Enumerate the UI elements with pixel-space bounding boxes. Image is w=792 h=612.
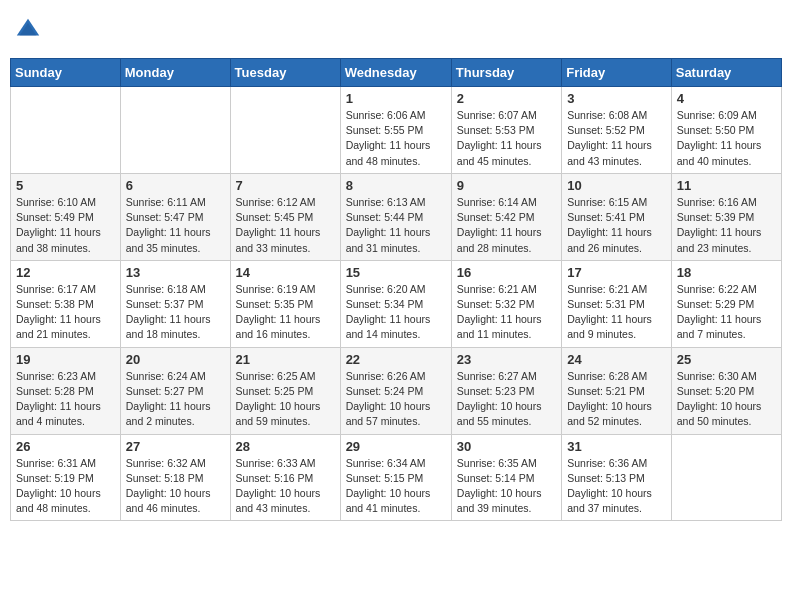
calendar-cell: 14Sunrise: 6:19 AM Sunset: 5:35 PM Dayli…: [230, 260, 340, 347]
day-info: Sunrise: 6:09 AM Sunset: 5:50 PM Dayligh…: [677, 108, 776, 169]
calendar-cell: 7Sunrise: 6:12 AM Sunset: 5:45 PM Daylig…: [230, 173, 340, 260]
day-info: Sunrise: 6:28 AM Sunset: 5:21 PM Dayligh…: [567, 369, 666, 430]
calendar-cell: 28Sunrise: 6:33 AM Sunset: 5:16 PM Dayli…: [230, 434, 340, 521]
week-row-2: 5Sunrise: 6:10 AM Sunset: 5:49 PM Daylig…: [11, 173, 782, 260]
day-number: 5: [16, 178, 115, 193]
calendar-cell: 30Sunrise: 6:35 AM Sunset: 5:14 PM Dayli…: [451, 434, 561, 521]
day-info: Sunrise: 6:25 AM Sunset: 5:25 PM Dayligh…: [236, 369, 335, 430]
weekday-header-sunday: Sunday: [11, 59, 121, 87]
day-number: 1: [346, 91, 446, 106]
day-number: 28: [236, 439, 335, 454]
day-number: 25: [677, 352, 776, 367]
day-info: Sunrise: 6:12 AM Sunset: 5:45 PM Dayligh…: [236, 195, 335, 256]
day-info: Sunrise: 6:35 AM Sunset: 5:14 PM Dayligh…: [457, 456, 556, 517]
logo: [14, 16, 46, 44]
day-info: Sunrise: 6:17 AM Sunset: 5:38 PM Dayligh…: [16, 282, 115, 343]
day-number: 18: [677, 265, 776, 280]
week-row-4: 19Sunrise: 6:23 AM Sunset: 5:28 PM Dayli…: [11, 347, 782, 434]
calendar-cell: 26Sunrise: 6:31 AM Sunset: 5:19 PM Dayli…: [11, 434, 121, 521]
calendar: SundayMondayTuesdayWednesdayThursdayFrid…: [10, 58, 782, 521]
day-info: Sunrise: 6:34 AM Sunset: 5:15 PM Dayligh…: [346, 456, 446, 517]
calendar-cell: 6Sunrise: 6:11 AM Sunset: 5:47 PM Daylig…: [120, 173, 230, 260]
day-number: 2: [457, 91, 556, 106]
day-info: Sunrise: 6:07 AM Sunset: 5:53 PM Dayligh…: [457, 108, 556, 169]
day-number: 9: [457, 178, 556, 193]
week-row-3: 12Sunrise: 6:17 AM Sunset: 5:38 PM Dayli…: [11, 260, 782, 347]
day-number: 24: [567, 352, 666, 367]
weekday-header-wednesday: Wednesday: [340, 59, 451, 87]
calendar-cell: 20Sunrise: 6:24 AM Sunset: 5:27 PM Dayli…: [120, 347, 230, 434]
calendar-cell: 4Sunrise: 6:09 AM Sunset: 5:50 PM Daylig…: [671, 87, 781, 174]
calendar-cell: 16Sunrise: 6:21 AM Sunset: 5:32 PM Dayli…: [451, 260, 561, 347]
day-number: 20: [126, 352, 225, 367]
day-number: 15: [346, 265, 446, 280]
calendar-cell: 2Sunrise: 6:07 AM Sunset: 5:53 PM Daylig…: [451, 87, 561, 174]
calendar-cell: 19Sunrise: 6:23 AM Sunset: 5:28 PM Dayli…: [11, 347, 121, 434]
day-info: Sunrise: 6:22 AM Sunset: 5:29 PM Dayligh…: [677, 282, 776, 343]
day-info: Sunrise: 6:16 AM Sunset: 5:39 PM Dayligh…: [677, 195, 776, 256]
week-row-5: 26Sunrise: 6:31 AM Sunset: 5:19 PM Dayli…: [11, 434, 782, 521]
day-info: Sunrise: 6:36 AM Sunset: 5:13 PM Dayligh…: [567, 456, 666, 517]
day-number: 4: [677, 91, 776, 106]
day-number: 21: [236, 352, 335, 367]
day-info: Sunrise: 6:11 AM Sunset: 5:47 PM Dayligh…: [126, 195, 225, 256]
calendar-cell: 8Sunrise: 6:13 AM Sunset: 5:44 PM Daylig…: [340, 173, 451, 260]
day-number: 11: [677, 178, 776, 193]
day-info: Sunrise: 6:30 AM Sunset: 5:20 PM Dayligh…: [677, 369, 776, 430]
day-info: Sunrise: 6:21 AM Sunset: 5:32 PM Dayligh…: [457, 282, 556, 343]
calendar-cell: 29Sunrise: 6:34 AM Sunset: 5:15 PM Dayli…: [340, 434, 451, 521]
day-number: 17: [567, 265, 666, 280]
day-number: 16: [457, 265, 556, 280]
day-number: 7: [236, 178, 335, 193]
day-info: Sunrise: 6:15 AM Sunset: 5:41 PM Dayligh…: [567, 195, 666, 256]
weekday-header-tuesday: Tuesday: [230, 59, 340, 87]
calendar-cell: 18Sunrise: 6:22 AM Sunset: 5:29 PM Dayli…: [671, 260, 781, 347]
calendar-cell: [120, 87, 230, 174]
day-number: 26: [16, 439, 115, 454]
day-info: Sunrise: 6:21 AM Sunset: 5:31 PM Dayligh…: [567, 282, 666, 343]
day-number: 8: [346, 178, 446, 193]
page-header: [10, 10, 782, 50]
day-info: Sunrise: 6:08 AM Sunset: 5:52 PM Dayligh…: [567, 108, 666, 169]
calendar-cell: 13Sunrise: 6:18 AM Sunset: 5:37 PM Dayli…: [120, 260, 230, 347]
day-info: Sunrise: 6:20 AM Sunset: 5:34 PM Dayligh…: [346, 282, 446, 343]
calendar-cell: 23Sunrise: 6:27 AM Sunset: 5:23 PM Dayli…: [451, 347, 561, 434]
calendar-cell: 24Sunrise: 6:28 AM Sunset: 5:21 PM Dayli…: [562, 347, 672, 434]
calendar-cell: 25Sunrise: 6:30 AM Sunset: 5:20 PM Dayli…: [671, 347, 781, 434]
calendar-cell: 22Sunrise: 6:26 AM Sunset: 5:24 PM Dayli…: [340, 347, 451, 434]
day-info: Sunrise: 6:23 AM Sunset: 5:28 PM Dayligh…: [16, 369, 115, 430]
calendar-cell: 31Sunrise: 6:36 AM Sunset: 5:13 PM Dayli…: [562, 434, 672, 521]
weekday-header-row: SundayMondayTuesdayWednesdayThursdayFrid…: [11, 59, 782, 87]
calendar-cell: 21Sunrise: 6:25 AM Sunset: 5:25 PM Dayli…: [230, 347, 340, 434]
day-number: 13: [126, 265, 225, 280]
day-number: 29: [346, 439, 446, 454]
day-info: Sunrise: 6:10 AM Sunset: 5:49 PM Dayligh…: [16, 195, 115, 256]
day-number: 19: [16, 352, 115, 367]
calendar-cell: 15Sunrise: 6:20 AM Sunset: 5:34 PM Dayli…: [340, 260, 451, 347]
calendar-cell: 9Sunrise: 6:14 AM Sunset: 5:42 PM Daylig…: [451, 173, 561, 260]
week-row-1: 1Sunrise: 6:06 AM Sunset: 5:55 PM Daylig…: [11, 87, 782, 174]
weekday-header-saturday: Saturday: [671, 59, 781, 87]
day-number: 27: [126, 439, 225, 454]
day-info: Sunrise: 6:06 AM Sunset: 5:55 PM Dayligh…: [346, 108, 446, 169]
day-number: 12: [16, 265, 115, 280]
day-info: Sunrise: 6:27 AM Sunset: 5:23 PM Dayligh…: [457, 369, 556, 430]
calendar-cell: 27Sunrise: 6:32 AM Sunset: 5:18 PM Dayli…: [120, 434, 230, 521]
day-number: 14: [236, 265, 335, 280]
calendar-cell: 10Sunrise: 6:15 AM Sunset: 5:41 PM Dayli…: [562, 173, 672, 260]
day-number: 6: [126, 178, 225, 193]
calendar-cell: [230, 87, 340, 174]
day-info: Sunrise: 6:19 AM Sunset: 5:35 PM Dayligh…: [236, 282, 335, 343]
day-info: Sunrise: 6:18 AM Sunset: 5:37 PM Dayligh…: [126, 282, 225, 343]
day-info: Sunrise: 6:24 AM Sunset: 5:27 PM Dayligh…: [126, 369, 225, 430]
calendar-cell: 3Sunrise: 6:08 AM Sunset: 5:52 PM Daylig…: [562, 87, 672, 174]
weekday-header-monday: Monday: [120, 59, 230, 87]
day-number: 23: [457, 352, 556, 367]
calendar-cell: 1Sunrise: 6:06 AM Sunset: 5:55 PM Daylig…: [340, 87, 451, 174]
day-number: 30: [457, 439, 556, 454]
weekday-header-thursday: Thursday: [451, 59, 561, 87]
day-info: Sunrise: 6:14 AM Sunset: 5:42 PM Dayligh…: [457, 195, 556, 256]
weekday-header-friday: Friday: [562, 59, 672, 87]
calendar-cell: 12Sunrise: 6:17 AM Sunset: 5:38 PM Dayli…: [11, 260, 121, 347]
day-info: Sunrise: 6:32 AM Sunset: 5:18 PM Dayligh…: [126, 456, 225, 517]
